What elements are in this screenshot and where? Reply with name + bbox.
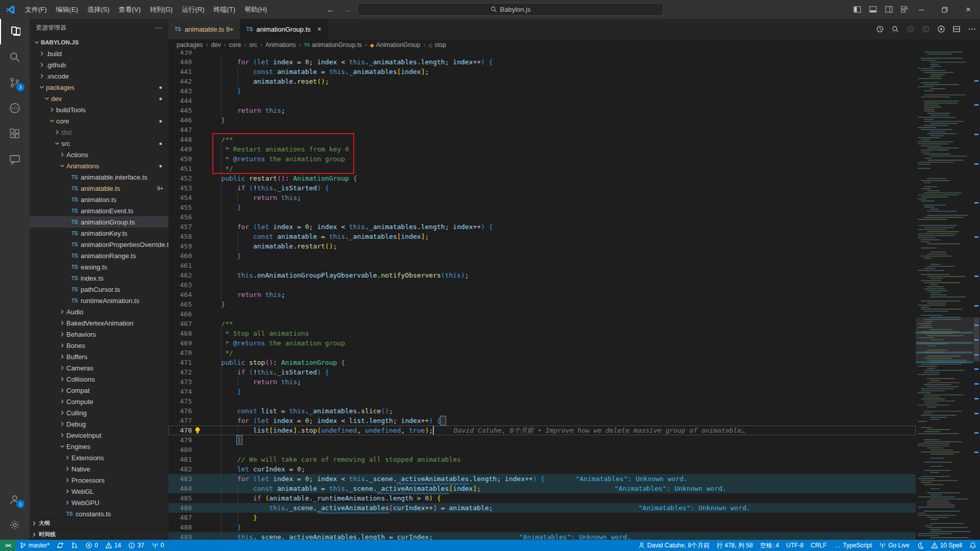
status-crlf[interactable]: CRLF	[807, 540, 830, 551]
tree-item-.vscode[interactable]: .vscode	[30, 70, 168, 82]
vertical-scrollbar[interactable]	[973, 51, 980, 540]
next-change-button[interactable]	[922, 25, 930, 33]
breadcrumb-item[interactable]: ◇stop	[428, 41, 446, 48]
tree-item-BakedVertexAnimation[interactable]: BakedVertexAnimation	[30, 317, 168, 329]
tree-item-src[interactable]: src●	[30, 138, 168, 149]
search-edit-button[interactable]	[891, 25, 899, 33]
tree-item-.build[interactable]: .build	[30, 48, 168, 59]
code-editor[interactable]: 439440 for (let index = 0; index < this.…	[168, 51, 980, 540]
toggle-secondary-sidebar-icon[interactable]	[885, 6, 893, 13]
tree-item-runtimeAnimation.ts[interactable]: TSruntimeAnimation.ts	[30, 295, 168, 306]
activity-account-button[interactable]: 1	[0, 487, 30, 512]
tree-item-pathCursor.ts[interactable]: TSpathCursor.ts	[30, 284, 168, 295]
menu-item[interactable]: 文件(F)	[20, 6, 52, 13]
tab-animatable.ts[interactable]: TSanimatable.ts 9+	[168, 19, 240, 39]
tree-item-easing.ts[interactable]: TSeasing.ts	[30, 261, 168, 272]
tree-item-animationPropertiesOverride.ts[interactable]: TSanimationPropertiesOverride.ts	[30, 239, 168, 250]
tree-item-animatable.interface.ts[interactable]: TSanimatable.interface.ts	[30, 171, 168, 183]
status-branch[interactable]: master*	[16, 540, 53, 551]
status-warning[interactable]: 14	[102, 540, 125, 551]
window-minimize-button[interactable]: ─	[910, 0, 933, 19]
breadcrumb-item[interactable]: ◆AnimationGroup	[370, 41, 420, 48]
tree-item-animationRange.ts[interactable]: TSanimationRange.ts	[30, 250, 168, 261]
customize-layout-icon[interactable]	[901, 6, 909, 13]
tree-item-Animations[interactable]: Animations●	[30, 160, 168, 171]
activity-feedback-button[interactable]	[0, 146, 30, 172]
command-center-search[interactable]: Babylon.js	[357, 3, 664, 16]
toggle-sidebar-icon[interactable]	[853, 6, 861, 13]
sidebar-more-actions-icon[interactable]: ⋯	[155, 23, 162, 33]
tree-item-WebGL[interactable]: WebGL	[30, 486, 168, 497]
close-icon[interactable]: ×	[317, 25, 322, 33]
breadcrumb-item[interactable]: Animations	[265, 41, 296, 48]
tree-item-DeviceInput[interactable]: DeviceInput	[30, 430, 168, 441]
tree-item-Debug[interactable]: Debug	[30, 418, 168, 430]
minimap-slider[interactable]	[916, 317, 973, 361]
tree-item-BABYLON.JS[interactable]: BABYLON.JS	[30, 37, 168, 48]
tree-item-animationKey.ts[interactable]: TSanimationKey.ts	[30, 228, 168, 239]
tree-item-Actions[interactable]: Actions	[30, 149, 168, 160]
run-button[interactable]	[937, 25, 945, 33]
tree-item-Buffers[interactable]: Buffers	[30, 351, 168, 362]
breadcrumb-item[interactable]: dev	[211, 41, 220, 48]
split-editor-button[interactable]	[952, 25, 961, 33]
timeline-section[interactable]: 时间线	[30, 529, 168, 540]
tab-animationGroup.ts[interactable]: TSanimationGroup.ts×	[240, 19, 328, 39]
breadcrumb-item[interactable]: src	[249, 41, 257, 48]
tree-item-Extensions[interactable]: Extensions	[30, 452, 168, 463]
tree-item-animation.ts[interactable]: TSanimation.ts	[30, 194, 168, 205]
tree-item-animationEvent.ts[interactable]: TSanimationEvent.ts	[30, 205, 168, 216]
minimap[interactable]	[916, 51, 973, 540]
tree-item-animatable.ts[interactable]: TSanimatable.ts9+	[30, 183, 168, 194]
outline-section[interactable]: 大纲	[30, 517, 168, 529]
menu-item[interactable]: 运行(R)	[177, 6, 209, 13]
activity-extensions-button[interactable]	[0, 121, 30, 146]
tree-item-Bones[interactable]: Bones	[30, 340, 168, 351]
tree-item-Cameras[interactable]: Cameras	[30, 362, 168, 373]
window-close-button[interactable]: ×	[957, 0, 980, 19]
tree-item-animationGroup.ts[interactable]: TSanimationGroup.ts	[30, 216, 168, 228]
menu-item[interactable]: 编辑(E)	[52, 6, 83, 13]
window-restore-button[interactable]	[933, 0, 957, 19]
menu-item[interactable]: 转到(G)	[145, 6, 178, 13]
status-git-graph[interactable]	[67, 540, 82, 551]
tree-item-Native[interactable]: Native	[30, 463, 168, 474]
status--478-58[interactable]: 行 478, 列 58	[713, 540, 756, 551]
tree-item-Compute[interactable]: Compute	[30, 396, 168, 407]
status-broadcast[interactable]: 0	[148, 540, 168, 551]
tree-item-packages[interactable]: packages●	[30, 82, 168, 93]
activity-source-control-button[interactable]: 3	[0, 70, 30, 95]
tree-item-core[interactable]: core●	[30, 115, 168, 127]
breadcrumb-item[interactable]: packages	[177, 41, 203, 48]
tree-item-WebGPU[interactable]: WebGPU	[30, 497, 168, 508]
tree-item-index.ts[interactable]: TSindex.ts	[30, 272, 168, 284]
tree-item-dev[interactable]: dev●	[30, 93, 168, 104]
status-warning[interactable]: 10 Spell	[927, 540, 966, 551]
tree-item-Audio[interactable]: Audio	[30, 306, 168, 317]
tree-item-dist[interactable]: dist	[30, 127, 168, 138]
tree-item-Processors[interactable]: Processors	[30, 474, 168, 486]
breadcrumb-item[interactable]: TSanimationGroup.ts	[304, 41, 362, 48]
status-sync[interactable]	[53, 540, 67, 551]
breadcrumb-item[interactable]: core	[229, 41, 241, 48]
tree-item-Engines[interactable]: Engines	[30, 441, 168, 452]
tree-item-Compat[interactable]: Compat	[30, 385, 168, 396]
tree-item-buildTools[interactable]: buildTools	[30, 104, 168, 115]
prev-change-button[interactable]	[906, 25, 915, 33]
toggle-panel-icon[interactable]	[869, 6, 877, 13]
menu-item[interactable]: 选择(S)	[83, 6, 114, 13]
status--4[interactable]: 空格: 4	[756, 540, 782, 551]
tree-item-Collisions[interactable]: Collisions	[30, 373, 168, 385]
status-utf-8[interactable]: UTF-8	[782, 540, 807, 551]
nav-forward-icon[interactable]: →	[344, 5, 352, 14]
timeline-button[interactable]	[876, 25, 884, 33]
status-error[interactable]: 0	[82, 540, 102, 551]
status-bell[interactable]	[966, 540, 980, 551]
tree-item-.github[interactable]: .github	[30, 59, 168, 70]
tree-item-Culling[interactable]: Culling	[30, 407, 168, 418]
status-broadcast[interactable]: Go Live	[875, 540, 913, 551]
tree-item-Behaviors[interactable]: Behaviors	[30, 329, 168, 340]
activity-explorer-button[interactable]	[0, 19, 30, 44]
activity-chat-button[interactable]: </>	[0, 95, 30, 121]
status-info[interactable]: 37	[125, 540, 148, 551]
